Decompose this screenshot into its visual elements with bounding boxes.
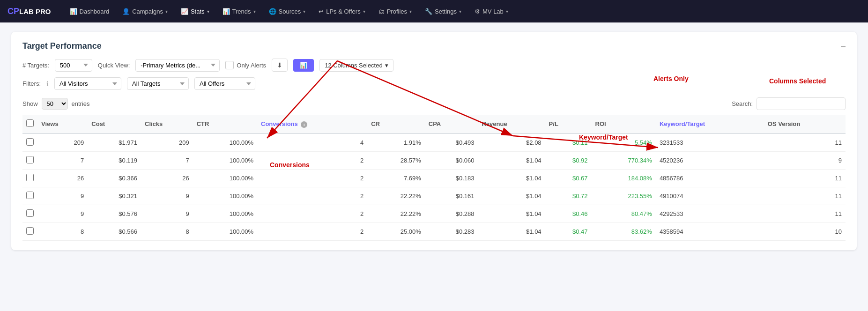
quick-view-select[interactable]: -Primary Metrics (de... Custom View 1 [135,59,220,72]
row-checkbox-cell[interactable] [22,133,37,152]
offers-filter[interactable]: All Offers Active Offers Inactive Offers [194,77,255,90]
entries-select[interactable]: 50 10 25 100 [42,98,68,110]
cost-cell: $0.321 [88,187,141,205]
conversions-cell: 2 [257,205,367,223]
revenue-cell: $1.04 [478,170,545,187]
os-version-cell: 11 [764,170,846,187]
row-checkbox-cell[interactable] [22,170,37,187]
row-checkbox-cell[interactable] [22,187,37,205]
ctr-column-header[interactable]: CTR [193,115,257,133]
views-column-header[interactable]: Views [37,115,88,133]
entries-label: entries [72,100,90,107]
table-header-row: Views Cost Clicks CTR Conversions i CR C… [22,115,846,133]
cost-cell: $0.366 [88,170,141,187]
columns-select-button[interactable]: 12 Columns Selected ▾ [319,59,393,72]
table-row: 209 $1.971 209 100.00% 4 1.91% $0.493 $2… [22,133,846,152]
conversions-info-icon: i [301,121,307,128]
only-alerts-label: Only Alerts [237,62,266,69]
ctr-cell: 100.00% [193,223,257,241]
cost-column-header[interactable]: Cost [88,115,141,133]
row-checkbox-cell[interactable] [22,152,37,170]
filters-row: Filters: ℹ All Visitors New Visitors Ret… [22,77,846,90]
pl-cell: $0.47 [545,223,592,241]
ctr-cell: 100.00% [193,170,257,187]
search-box: Search: [732,97,846,110]
chevron-down-icon: ▾ [409,9,412,14]
only-alerts-wrapper: Only Alerts [225,61,266,69]
roi-cell: 5.54% [592,133,656,152]
download-button[interactable]: ⬇ [272,59,288,72]
roi-cell: 83.62% [592,223,656,241]
conversions-cell: 2 [257,223,367,241]
nav-mv-lab[interactable]: ⚙ MV Lab ▾ [469,5,514,18]
lps-icon: ↩ [319,8,324,15]
conversions-cell: 2 [257,152,367,170]
logo-cp: CP [7,7,19,16]
row-checkbox-cell[interactable] [22,223,37,241]
select-all-checkbox[interactable] [26,119,34,127]
row-select-checkbox[interactable] [26,209,34,217]
nav-lps-offers[interactable]: ↩ LPs & Offers ▾ [313,5,371,18]
clicks-column-header[interactable]: Clicks [141,115,193,133]
campaigns-icon: 👤 [122,8,130,15]
nav-stats[interactable]: 📈 Stats ▾ [175,5,215,18]
ctr-cell: 100.00% [193,205,257,223]
clicks-cell: 8 [141,223,193,241]
search-input[interactable] [757,97,846,110]
keyword-cell: 4910074 [656,187,764,205]
targets-select[interactable]: 500 100 200 1000 [55,59,92,72]
columns-label: 12 Columns Selected [325,62,383,69]
views-cell: 8 [37,223,88,241]
download-icon: ⬇ [277,61,282,69]
clicks-cell: 26 [141,170,193,187]
collapse-button[interactable]: – [841,41,846,51]
row-select-checkbox[interactable] [26,138,34,146]
ctr-cell: 100.00% [193,152,257,170]
visitors-filter[interactable]: All Visitors New Visitors Returning Visi… [54,77,121,90]
nav-trends[interactable]: 📊 Trends ▾ [217,5,261,18]
cr-column-header[interactable]: CR [367,115,425,133]
card-header: Target Performance – [22,41,846,51]
row-select-checkbox[interactable] [26,192,34,199]
keyword-cell: 4520236 [656,152,764,170]
select-all-header[interactable] [22,115,37,133]
nav-settings[interactable]: 🔧 Settings ▾ [419,5,467,18]
roi-cell: 184.08% [592,170,656,187]
table-row: 26 $0.366 26 100.00% 2 7.69% $0.183 $1.0… [22,170,846,187]
only-alerts-checkbox[interactable] [225,61,234,69]
cpa-column-header[interactable]: CPA [425,115,478,133]
nav-dashboard[interactable]: 📊 Dashboard [64,5,115,18]
os-version-cell: 11 [764,133,846,152]
roi-column-header[interactable]: ROI [592,115,656,133]
targets-label: # Targets: [22,62,49,69]
nav-sources[interactable]: 🌐 Sources ▾ [263,5,312,18]
cr-cell: 7.69% [367,170,425,187]
keyword-column-header[interactable]: Keyword/Target [656,115,764,133]
search-label: Search: [732,100,753,107]
clicks-cell: 209 [141,133,193,152]
conversions-cell: 2 [257,170,367,187]
cpa-cell: $0.183 [425,170,478,187]
row-select-checkbox[interactable] [26,174,34,181]
row-checkbox-cell[interactable] [22,205,37,223]
chevron-down-icon: ▾ [459,9,461,14]
roi-cell: 770.34% [592,152,656,170]
targets-filter[interactable]: All Targets Active Targets Inactive Targ… [127,77,189,90]
row-select-checkbox[interactable] [26,156,34,163]
nav-profiles[interactable]: 🗂 Profiles ▾ [373,5,417,18]
pl-column-header[interactable]: P/L [545,115,592,133]
chevron-down-icon: ▾ [385,62,388,69]
views-cell: 9 [37,187,88,205]
revenue-cell: $1.04 [478,205,545,223]
conversions-cell: 2 [257,187,367,205]
revenue-column-header[interactable]: Revenue [478,115,545,133]
keyword-cell: 3231533 [656,133,764,152]
cost-cell: $1.971 [88,133,141,152]
nav-campaigns[interactable]: 👤 Campaigns ▾ [117,5,173,18]
keyword-cell: 4358594 [656,223,764,241]
top-navigation: CP LAB PRO 📊 Dashboard 👤 Campaigns ▾ 📈 S… [0,0,868,22]
row-select-checkbox[interactable] [26,227,34,235]
os-version-column-header[interactable]: OS Version [764,115,846,133]
conversions-column-header[interactable]: Conversions i [257,115,367,133]
chart-button[interactable]: 📊 [293,59,314,72]
